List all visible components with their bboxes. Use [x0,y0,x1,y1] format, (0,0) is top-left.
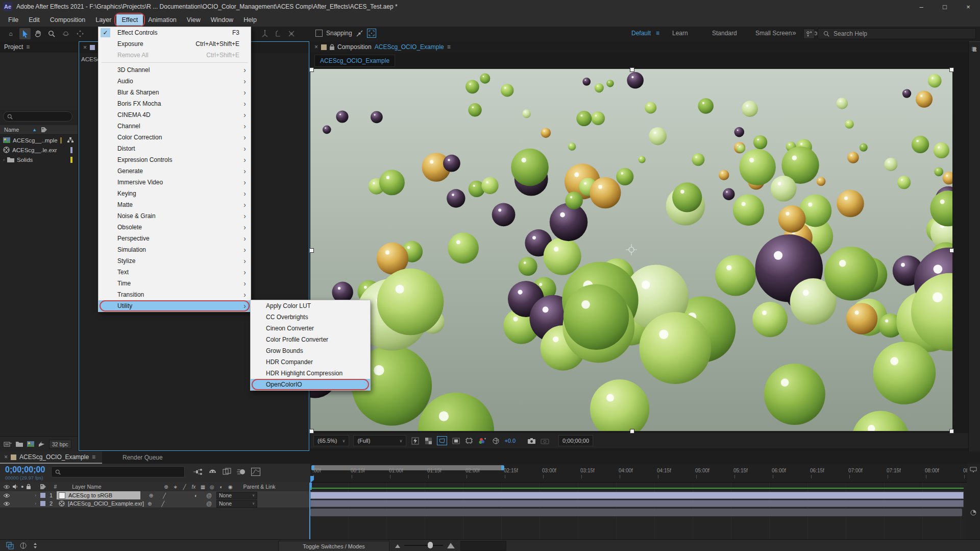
workspace-learn[interactable]: Learn [672,30,688,37]
menu-category-item[interactable]: Perspective › [99,233,251,244]
workspace-standard[interactable]: Standard [712,30,737,37]
dock-collapsed-tab[interactable]: C [969,41,980,56]
axis-mode-tool[interactable] [259,28,271,39]
resolution-dropdown[interactable]: (Full) ∨ [353,435,406,446]
expander-icon[interactable]: › [3,157,5,162]
layer-name[interactable]: [ACEScg_OCIO_Example.exr] [57,500,144,507]
zoom-in-mountain-icon[interactable] [447,542,455,548]
view-axis-tool[interactable] [286,28,297,39]
anchor-point-crosshair[interactable] [626,244,637,255]
menu-item-effect-controls[interactable]: ✓ Effect Controls F3 [99,27,251,38]
frame-blending-icon[interactable] [223,468,232,476]
menu-item-exposure[interactable]: Exposure Ctrl+Alt+Shift+E [99,38,251,50]
quality-switch[interactable]: ╱ [160,493,169,498]
selection-handle[interactable] [630,429,634,434]
snap-angle-icon[interactable] [356,30,363,37]
workspace-manager-button[interactable] [803,29,815,39]
bit-depth-button[interactable]: 32 bpc [49,440,71,449]
timeline-zoom-knob[interactable] [428,542,433,548]
close-tab-icon[interactable]: × [314,43,318,51]
menu-category-item[interactable]: Stylize › [99,255,251,267]
name-column-header[interactable]: Name [4,127,19,133]
menu-category-item[interactable]: Transition › [99,289,251,300]
selection-handle[interactable] [309,67,314,72]
menu-category-item[interactable]: Blur & Sharpen › [99,87,251,98]
close-tab-icon[interactable]: × [83,44,87,51]
menu-category-item[interactable]: Color Correction › [99,132,251,143]
menu-category-item[interactable]: Boris FX Mocha › [99,98,251,109]
transparency-grid-button[interactable] [424,437,433,445]
mask-visibility-button[interactable] [451,437,460,445]
magnification-dropdown[interactable]: (65.5%) ∨ [313,435,349,446]
project-item-composition[interactable]: ACEScg__..mple [0,135,76,145]
visibility-eye-icon[interactable] [3,493,10,498]
graph-editor-icon[interactable] [251,468,260,476]
label-color[interactable] [60,137,62,143]
collapse-switch[interactable]: ⊕ [146,493,156,498]
panel-menu-icon[interactable]: ≡ [26,43,30,51]
menu-category-item[interactable]: Text › [99,267,251,278]
workspace-small-screen[interactable]: Small Screen [755,30,792,37]
region-of-interest-button[interactable] [437,436,447,445]
project-item-solids[interactable]: › Solids [0,155,76,164]
expand-in-out-panes-icon[interactable] [32,542,39,549]
selection-handle[interactable] [309,248,314,253]
workspace-overflow-chevrons[interactable]: » [792,29,796,37]
menu-category-item[interactable]: Simulation › [99,244,251,255]
quality-switch[interactable]: ╱ [158,501,167,507]
playhead-line[interactable] [309,483,310,539]
motion-blur-icon[interactable] [237,468,246,476]
menu-edit[interactable]: Edit [23,14,45,26]
sort-ascending-icon[interactable]: ▲ [32,127,37,132]
menu-file[interactable]: File [3,14,23,26]
take-snapshot-button[interactable] [527,437,536,445]
hand-tool[interactable] [33,28,44,39]
orbit-camera-tool[interactable] [60,28,71,39]
timeline-zoom-track[interactable] [404,545,443,546]
layer-2-duration-bar[interactable] [310,500,964,507]
layer-row-2[interactable]: › 2 [ACEScg_OCIO_Example.exr] ⊕ ╱ @ None… [0,499,310,508]
preview-timecode[interactable]: 0;00;00;00 [558,435,593,446]
snapping-checkbox[interactable] [315,30,323,37]
current-timecode[interactable]: 0;00;00;00 [5,465,45,474]
timeline-search-input[interactable] [51,466,185,477]
expand-transfer-controls-icon[interactable] [19,542,27,549]
snap-options-button[interactable] [367,29,376,38]
render-queue-tab[interactable]: Render Queue [122,454,163,461]
menu-help[interactable]: Help [238,14,262,26]
selection-handle[interactable] [949,429,954,434]
guides-grid-options-button[interactable] [464,437,474,445]
menu-layer[interactable]: Layer [90,14,116,26]
menu-view[interactable]: View [182,14,206,26]
submenu-item[interactable]: OpenColorIO [251,379,370,390]
menu-category-item[interactable]: Keying › [99,188,251,199]
parent-dropdown[interactable]: None ∨ [216,500,257,508]
project-item-footage[interactable]: ACEScg__.le.exr [0,145,76,155]
show-snapshot-button[interactable] [540,437,549,445]
local-axis-tool[interactable] [273,28,284,39]
label-color[interactable] [70,147,72,153]
menu-composition[interactable]: Composition [45,14,90,26]
label-color[interactable] [70,157,72,163]
selection-handle[interactable] [949,67,954,72]
zoom-tool[interactable] [46,28,57,39]
menu-window[interactable]: Window [206,14,238,26]
parent-pickwhip-icon[interactable]: @ [206,492,212,498]
adjustment-switch[interactable]: ◐ [191,493,201,498]
comp-mini-flowchart-icon[interactable] [193,468,202,476]
render-engine-icon[interactable] [38,441,45,447]
panel-menu-icon[interactable]: ≡ [447,43,451,51]
selection-tool[interactable] [19,28,31,39]
layer-label-color[interactable] [40,493,45,498]
panel-menu-icon[interactable]: ≡ [92,453,95,461]
close-button[interactable]: × [957,0,980,13]
layer-1-duration-bar[interactable] [310,492,964,499]
maximize-button[interactable]: □ [933,0,957,13]
visibility-eye-icon[interactable] [3,501,10,506]
shy-layers-icon[interactable] [208,468,217,476]
workspace-default[interactable]: Default [631,30,651,37]
timeline-nav-well[interactable] [460,541,506,551]
label-column-icon[interactable] [41,127,47,133]
project-panel-tab[interactable]: Project ≡ [0,41,78,53]
exposure-value[interactable]: +0.0 [504,438,516,444]
